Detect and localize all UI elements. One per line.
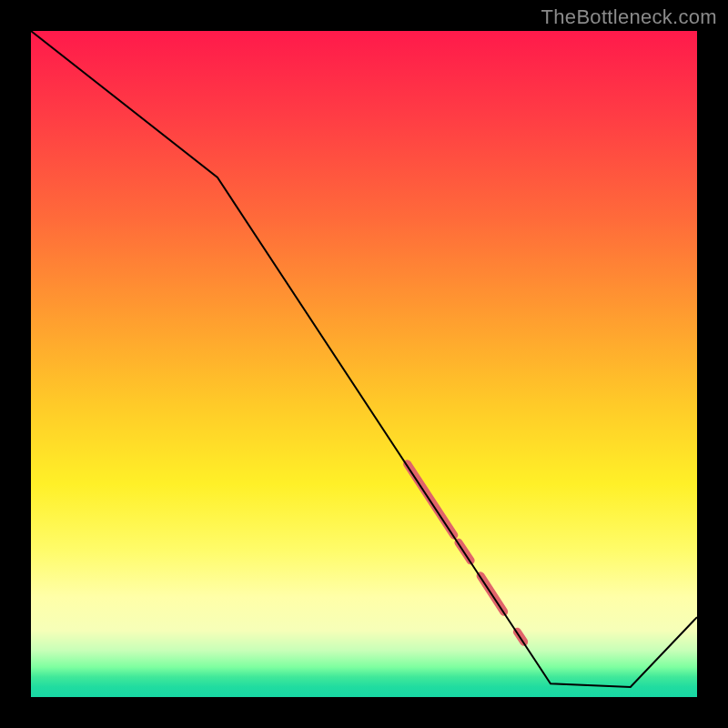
highlight-segment	[408, 464, 454, 535]
chart-overlay	[31, 31, 697, 697]
chart-frame: TheBottleneck.com	[0, 0, 728, 728]
curve-path	[31, 31, 697, 687]
watermark-text: TheBottleneck.com	[541, 5, 717, 29]
